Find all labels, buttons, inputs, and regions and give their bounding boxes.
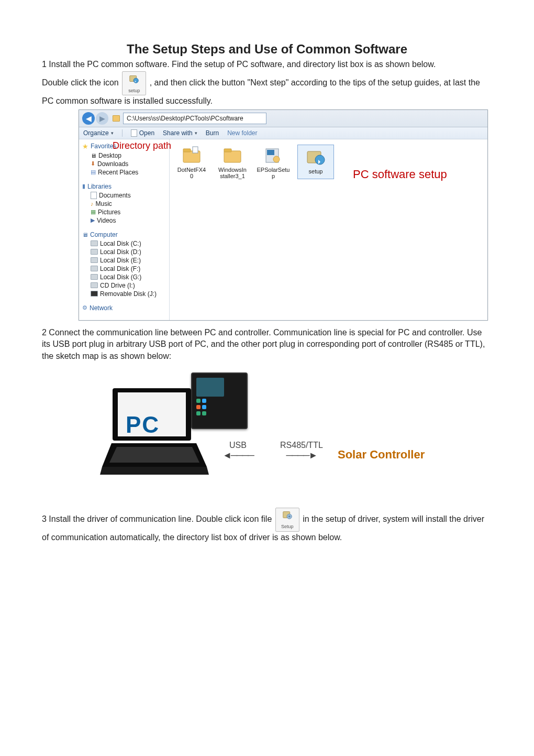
- explorer-titlebar: ◀ ▶ C:\Users\ss\Desktop\PCTools\PCsoftwa…: [79, 110, 487, 127]
- diagram-solar-controller-label: Solar Controller: [338, 448, 425, 462]
- svg-point-9: [273, 156, 280, 162]
- installer-icon: [263, 145, 284, 166]
- toolbar-open[interactable]: Open: [131, 129, 154, 137]
- sidebar-item-music[interactable]: ♪Music: [82, 200, 166, 208]
- connection-diagram: PC USB ◄──── RS485/TTL ────► Solar Contr…: [97, 372, 437, 503]
- forward-button[interactable]: ▶: [96, 112, 108, 125]
- svg-point-1: [134, 78, 138, 83]
- file-dotnetfx40[interactable]: DotNetFX4 0: [175, 145, 208, 179]
- setup-icon: setup: [122, 71, 146, 95]
- sidebar-libraries-header[interactable]: ▮Libraries: [82, 182, 166, 191]
- svg-rect-4: [193, 147, 198, 153]
- sidebar-item-desktop[interactable]: 🖥Desktop: [82, 151, 166, 160]
- sidebar-item-downloads[interactable]: ⬇Downloads: [82, 160, 166, 168]
- driver-setup-icon-label: Setup: [276, 523, 299, 530]
- sidebar-item-disk-d[interactable]: Local Disk (D:): [82, 248, 166, 256]
- file-epsolarsetup[interactable]: EPSolarSetu p: [257, 145, 290, 179]
- back-button[interactable]: ◀: [82, 112, 95, 125]
- toolbar-newfolder[interactable]: New folder: [227, 129, 257, 137]
- paragraph-3: 2 Connect the communication line between…: [42, 327, 492, 362]
- sidebar-item-disk-g[interactable]: Local Disk (G:): [82, 273, 166, 281]
- page-title: The Setup Steps and Use of Common Softwa…: [42, 42, 492, 57]
- svg-marker-16: [109, 447, 199, 463]
- sidebar-item-videos[interactable]: ▶Videos: [82, 216, 166, 225]
- explorer-window: ◀ ▶ C:\Users\ss\Desktop\PCTools\PCsoftwa…: [79, 109, 488, 321]
- diagram-rs485-label: RS485/TTL ────►: [280, 441, 323, 461]
- annotation-pc-software-setup: PC software setup: [353, 168, 447, 181]
- setup-icon-label: setup: [123, 87, 146, 94]
- annotation-directory-path: Directory path: [113, 140, 171, 151]
- sidebar-computer: 🖥Computer Local Disk (C:) Local Disk (D:…: [82, 230, 166, 298]
- driver-setup-icon: Setup: [275, 508, 299, 532]
- sidebar-item-removable-j[interactable]: Removable Disk (J:): [82, 290, 166, 298]
- sidebar-item-disk-c[interactable]: Local Disk (C:): [82, 239, 166, 248]
- svg-point-19: [288, 516, 291, 518]
- paragraph-2a: Double click the icon: [42, 79, 119, 87]
- svg-rect-6: [224, 149, 231, 152]
- svg-rect-5: [224, 151, 241, 162]
- address-bar[interactable]: C:\Users\ss\Desktop\PCTools\PCsoftware: [123, 113, 266, 124]
- sidebar-libraries: ▮Libraries Documents ♪Music ▦Pictures ▶V…: [82, 182, 166, 225]
- sidebar-network: ⚙Network: [82, 303, 166, 313]
- explorer-toolbar: Organize ▾ Open Share with ▾ Burn New fo…: [79, 127, 487, 139]
- sidebar-item-disk-f[interactable]: Local Disk (F:): [82, 265, 166, 273]
- folder-icon: [181, 145, 202, 166]
- sidebar-item-disk-e[interactable]: Local Disk (E:): [82, 256, 166, 265]
- svg-point-11: [315, 155, 325, 165]
- paragraph-2: Double click the icon setup , and then c…: [42, 71, 492, 107]
- sidebar-network-header[interactable]: ⚙Network: [82, 303, 166, 313]
- toolbar-sharewith[interactable]: Share with ▾: [163, 129, 197, 137]
- toolbar-organize[interactable]: Organize ▾: [83, 129, 114, 137]
- setup-icon: [305, 146, 326, 167]
- svg-rect-3: [183, 149, 191, 152]
- toolbar-burn[interactable]: Burn: [206, 129, 219, 137]
- diagram-pc-label: PC: [126, 412, 160, 438]
- sidebar-item-pictures[interactable]: ▦Pictures: [82, 208, 166, 216]
- diagram-usb-label: USB ◄────: [222, 441, 253, 461]
- folder-icon: [113, 115, 120, 122]
- sidebar-item-cd-i[interactable]: CD Drive (I:): [82, 281, 166, 290]
- svg-rect-8: [267, 150, 274, 155]
- svg-marker-15: [100, 467, 209, 475]
- paragraph-1: 1 Install the PC common software. Find t…: [42, 59, 492, 70]
- file-setup[interactable]: setup: [297, 145, 334, 179]
- file-windowsinstaller31[interactable]: WindowsIn staller3_1: [216, 145, 249, 179]
- paragraph-4: 3 Install the driver of communication li…: [42, 508, 492, 543]
- explorer-content: DotNetFX4 0 WindowsIn staller3_1 EPSolar…: [170, 139, 487, 320]
- sidebar-item-recent[interactable]: ▤Recent Places: [82, 168, 166, 177]
- folder-icon: [222, 145, 243, 166]
- explorer-sidebar: Directory path ★Favorites 🖥Desktop ⬇Down…: [79, 139, 170, 320]
- sidebar-item-documents[interactable]: Documents: [82, 191, 166, 200]
- sidebar-computer-header[interactable]: 🖥Computer: [82, 230, 166, 239]
- paragraph-4a: 3 Install the driver of communication li…: [42, 514, 272, 523]
